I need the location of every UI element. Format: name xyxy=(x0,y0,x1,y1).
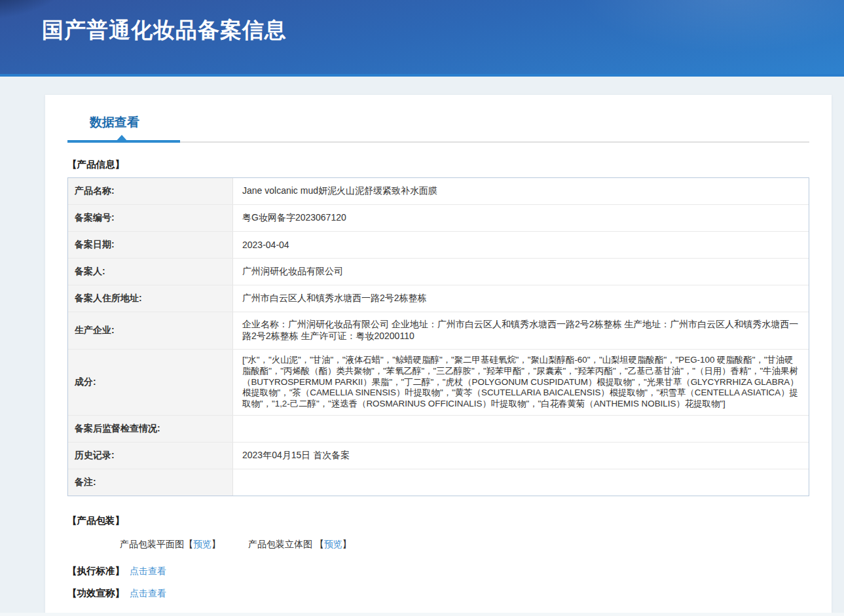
row-label: 备案人: xyxy=(68,259,233,285)
row-label: 备案编号: xyxy=(68,205,233,231)
row-label: 生产企业: xyxy=(68,312,233,349)
row-value xyxy=(233,416,809,442)
row-label: 备注: xyxy=(68,469,233,496)
bracket-open: 【 xyxy=(315,539,324,549)
efficacy-row: 【功效宣称】点击查看 xyxy=(67,587,809,600)
row-value xyxy=(233,469,809,496)
table-row-registration-number: 备案编号: 粤G妆网备字2023067120 xyxy=(68,205,809,232)
table-row-registration-date: 备案日期: 2023-04-04 xyxy=(68,232,809,259)
tab-data-view[interactable]: 数据查看 xyxy=(90,114,139,131)
tab-indicator-triangle-icon xyxy=(116,135,128,141)
row-value: Jane volcanic mud妍泥火山泥舒缓紧致补水面膜 xyxy=(233,178,809,204)
stereo-image-label: 产品包装立体图 xyxy=(248,539,315,549)
efficacy-view-link[interactable]: 点击查看 xyxy=(130,588,166,598)
row-label: 历史记录: xyxy=(68,443,233,469)
row-value: 广州市白云区人和镇秀水塘西一路2号2栋整栋 xyxy=(233,285,809,312)
tab-divider xyxy=(67,141,809,143)
standard-row: 【执行标准】点击查看 xyxy=(67,565,809,577)
product-info-table: 产品名称: Jane volcanic mud妍泥火山泥舒缓紧致补水面膜 备案编… xyxy=(67,177,809,496)
row-value: 粤G妆网备字2023067120 xyxy=(233,205,809,231)
bracket-close: 】 xyxy=(342,539,352,549)
flat-image-item: 产品包装平面图【预览】 xyxy=(120,539,223,549)
section-title-packaging: 【产品包装】 xyxy=(67,515,809,527)
row-label: 备案后监督检查情况: xyxy=(68,416,233,442)
packaging-links-row: 产品包装平面图【预览】 产品包装立体图 【预览】 xyxy=(120,539,809,551)
row-value: 广州润研化妆品有限公司 xyxy=(233,259,809,285)
standard-label: 【执行标准】 xyxy=(67,566,124,576)
row-label: 产品名称: xyxy=(68,178,233,204)
row-label: 备案日期: xyxy=(68,232,233,258)
table-row-history: 历史记录: 2023年04月15日 首次备案 xyxy=(68,443,809,469)
row-value: 2023-04-04 xyxy=(233,232,809,258)
page-title: 国产普通化妆品备案信息 xyxy=(0,0,844,45)
row-value: ["水"，"火山泥"，"甘油"，"液体石蜡"，"鲸蜡硬脂醇"，"聚二甲基硅氧烷"… xyxy=(233,350,809,415)
table-row-supervision: 备案后监督检查情况: xyxy=(68,416,809,443)
content-card: 数据查看 【产品信息】 产品名称: Jane volcanic mud妍泥火山泥… xyxy=(45,95,832,613)
row-label: 成分: xyxy=(68,350,233,415)
table-row-remarks: 备注: xyxy=(68,469,809,496)
table-row-registrant-address: 备案人住所地址: 广州市白云区人和镇秀水塘西一路2号2栋整栋 xyxy=(68,285,809,312)
bracket-close: 】 xyxy=(211,539,221,549)
table-row-registrant: 备案人: 广州润研化妆品有限公司 xyxy=(68,259,809,285)
table-row-manufacturer: 生产企业: 企业名称：广州润研化妆品有限公司 企业地址：广州市白云区人和镇秀水塘… xyxy=(68,312,809,350)
standard-view-link[interactable]: 点击查看 xyxy=(130,566,166,576)
flat-image-preview-link[interactable]: 预览 xyxy=(193,539,211,549)
stereo-image-item: 产品包装立体图 【预览】 xyxy=(248,539,352,549)
bracket-open: 【 xyxy=(184,539,193,549)
table-row-product-name: 产品名称: Jane volcanic mud妍泥火山泥舒缓紧致补水面膜 xyxy=(68,178,809,205)
table-row-ingredients: 成分: ["水"，"火山泥"，"甘油"，"液体石蜡"，"鲸蜡硬脂醇"，"聚二甲基… xyxy=(68,350,809,416)
section-title-product-info: 【产品信息】 xyxy=(67,158,809,171)
row-label: 备案人住所地址: xyxy=(68,285,233,312)
page-header: 国产普通化妆品备案信息 xyxy=(0,0,844,77)
tab-bar: 数据查看 xyxy=(67,95,809,143)
page-footer: 本站由国家药品监督管理局主办 版权所有 Copyright © NMPA All… xyxy=(0,613,844,616)
efficacy-label: 【功效宣称】 xyxy=(67,588,124,598)
flat-image-label: 产品包装平面图 xyxy=(120,539,184,549)
stereo-image-preview-link[interactable]: 预览 xyxy=(324,539,342,549)
row-value: 企业名称：广州润研化妆品有限公司 企业地址：广州市白云区人和镇秀水塘西一路2号2… xyxy=(233,312,809,349)
row-value: 2023年04月15日 首次备案 xyxy=(233,443,809,469)
